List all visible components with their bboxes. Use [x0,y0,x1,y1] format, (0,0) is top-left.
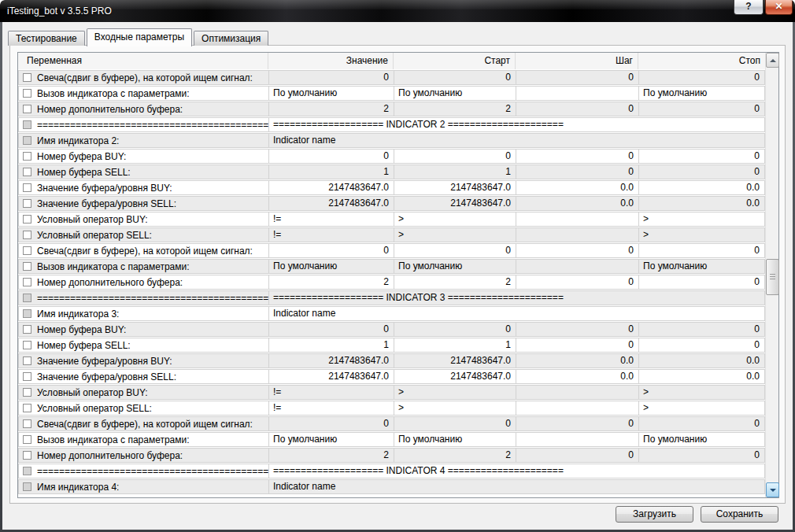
row-checkbox[interactable] [23,262,31,271]
table-row[interactable]: Условный оператор BUY:!=>> [18,385,765,400]
table-row[interactable]: Условный оператор SELL:!=>> [18,227,765,242]
cell-step: 0 [516,102,638,116]
table-row[interactable]: ========================================… [18,117,765,132]
window-frame-left [0,22,2,532]
cell-start: 0 [394,150,516,163]
table-row[interactable]: Вызов индикатора с параметрами:По умолча… [18,432,765,447]
row-checkbox[interactable] [23,451,31,460]
cell-step: 0 [516,275,638,289]
param-cell: Номер дополнительного буфера: [19,275,268,289]
tab-input-parameters[interactable]: Входные параметры [87,28,192,46]
table-row[interactable]: Вызов индикатора с параметрами:По умолча… [18,86,765,101]
close-button[interactable]: ✕ [765,0,793,15]
param-cell: Условный оператор BUY: [19,212,268,226]
table-row[interactable]: Условный оператор SELL:!=>> [18,401,765,416]
row-checkbox[interactable] [23,372,31,381]
table-row[interactable]: Условный оператор BUY:!=>> [18,212,765,227]
column-header-step: Шаг [515,53,638,69]
row-checkbox[interactable] [23,168,31,176]
row-checkbox[interactable] [23,215,31,224]
table-row[interactable]: Значение буфера/уровня SELL:2147483647.0… [18,369,765,384]
cell-value: 1 [268,338,394,352]
row-checkbox[interactable] [23,435,31,444]
cell-stop: > [638,228,764,242]
row-checkbox[interactable] [23,183,31,192]
column-header-variable: Переменная [18,53,268,69]
table-row[interactable]: Значение буфера/уровня SELL:2147483647.0… [18,196,765,211]
param-label: Номер буфера SELL: [37,339,131,352]
cell-value: 2 [268,449,394,462]
table-row[interactable]: Вызов индикатора с параметрами:По умолча… [18,259,765,274]
cell-step [516,260,638,273]
dialog-window: iTesting_bot v 3.5.5 PRO ? ✕ Тестировани… [0,0,795,532]
section-separator-text: ==================== INDICATOR 3 =======… [268,291,764,305]
table-row[interactable]: Номер дополнительного буфера:2200 [18,102,765,116]
scrollbar[interactable] [765,53,778,497]
row-checkbox[interactable] [23,419,31,428]
row-checkbox[interactable] [23,199,31,208]
table-row[interactable]: Свеча(сдвиг в буфере), на которой ищем с… [18,243,765,258]
cell-value: Indicator name [268,480,764,493]
table-row[interactable]: ========================================… [18,290,765,305]
cell-start: > [394,212,516,226]
cell-stop: 0 [638,150,764,163]
param-label: Значение буфера/уровня BUY: [37,182,172,194]
tab-optimization[interactable]: Оптимизация [194,31,268,46]
param-cell: Условный оператор SELL: [19,228,268,242]
cell-value: 0 [268,150,394,163]
table-row[interactable]: Номер дополнительного буфера:2200 [18,448,765,463]
tab-testing[interactable]: Тестирование [8,31,85,46]
table-row[interactable]: Номер буфера BUY:0000 [18,149,765,164]
save-button[interactable]: Сохранить [701,506,778,523]
title-bar[interactable]: iTesting_bot v 3.5.5 PRO [0,0,795,22]
row-checkbox[interactable] [23,89,31,98]
cell-value: Indicator name [268,134,764,147]
table-row[interactable]: Номер буфера SELL:1100 [18,164,765,179]
table-row[interactable]: Номер дополнительного буфера:2200 [18,275,765,290]
row-checkbox[interactable] [23,278,31,286]
load-button[interactable]: Загрузить [616,506,693,523]
param-cell: Вызов индикатора с параметрами: [19,433,268,446]
cell-start: 0 [394,417,516,430]
cell-start: 2 [394,275,516,289]
row-checkbox[interactable] [23,105,31,113]
row-checkbox[interactable] [23,388,31,397]
row-checkbox[interactable] [23,73,31,82]
param-label: Условный оператор BUY: [37,386,148,399]
table-row[interactable]: Номер буфера BUY:0000 [18,322,765,337]
row-checkbox[interactable] [23,246,31,255]
cell-start: > [394,386,516,399]
table-row[interactable]: Значение буфера/уровня BUY:2147483647.02… [18,180,765,195]
row-checkbox[interactable] [23,404,31,412]
param-cell: Вызов индикатора с параметрами: [19,87,268,100]
table-row[interactable]: Свеча(сдвиг в буфере), на которой ищем с… [18,416,765,431]
row-checkbox[interactable] [23,341,31,349]
row-checkbox[interactable] [23,231,31,239]
window-title: iTesting_bot v 3.5.5 PRO [7,6,112,17]
scroll-up-button[interactable] [766,53,779,68]
table-row[interactable]: Имя индикатора 4:Indicator name [18,479,765,494]
table-row[interactable]: ========================================… [18,464,765,478]
table-row[interactable]: Имя индикатора 3:Indicator name [18,306,765,321]
table-row[interactable]: Свеча(сдвиг в буфере), на которой ищем с… [18,70,765,85]
param-cell: Номер дополнительного буфера: [19,449,268,462]
row-checkbox[interactable] [23,357,31,365]
table-row[interactable]: Значение буфера/уровня BUY:2147483647.02… [18,353,765,368]
table-row[interactable]: Имя индикатора 2:Indicator name [18,133,765,148]
table-row[interactable]: Номер буфера SELL:1100 [18,338,765,353]
help-button[interactable]: ? [734,0,764,15]
param-cell: Условный оператор SELL: [19,401,268,415]
scroll-down-button[interactable] [766,482,779,497]
cell-stop: 0 [638,338,764,352]
cell-stop: 0 [638,449,764,462]
row-checkbox[interactable] [23,152,31,161]
cell-step [516,228,638,242]
cell-value: 2 [268,102,394,116]
scroll-thumb[interactable] [766,259,779,295]
row-checkbox[interactable] [23,325,31,334]
cell-stop: По умолчанию [638,260,764,273]
cell-start: 1 [394,165,516,179]
cell-start: > [394,401,516,415]
param-cell: Имя индикатора 4: [19,480,268,493]
param-cell: Номер буфера BUY: [19,150,268,163]
